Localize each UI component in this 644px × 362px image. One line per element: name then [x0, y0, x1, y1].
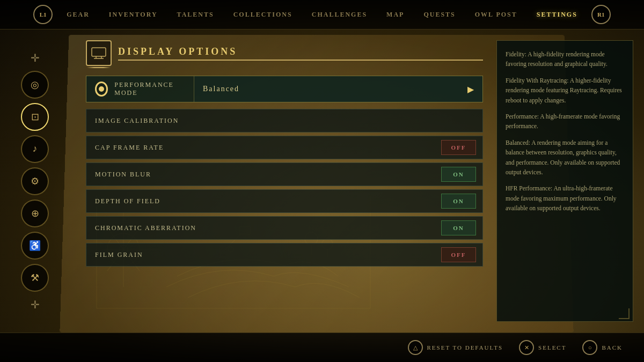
accessibility-icon: ♿: [29, 240, 41, 252]
compass-icon: ◎: [31, 79, 39, 91]
section-icon: [86, 40, 112, 66]
back-label: BACK: [602, 344, 623, 351]
nav-item-talents[interactable]: TALENTS: [167, 11, 224, 19]
select-label: SELECT: [538, 344, 566, 351]
chromatic-aberration-label: CHROMATIC ABERRATION: [86, 224, 441, 232]
back-action[interactable]: ○ BACK: [582, 340, 623, 355]
chromatic-aberration-toggle[interactable]: ON: [441, 220, 476, 235]
info-fidelity: Fidelity: A high-fidelity rendering mode…: [506, 49, 624, 69]
sidebar-icon-audio[interactable]: ♪: [21, 135, 49, 163]
nav-item-owl-post[interactable]: OWL POST: [465, 11, 527, 19]
reset-defaults-label: RESET TO DEFAULTS: [427, 344, 503, 351]
cap-frame-rate-toggle[interactable]: OFF: [441, 140, 476, 155]
nav-item-challenges[interactable]: CHALLENGES: [302, 11, 377, 19]
depth-of-field-toggle[interactable]: ON: [441, 194, 476, 209]
top-navigation: L1 GEAR INVENTORY TALENTS COLLECTIONS CH…: [0, 0, 644, 29]
dpad-down: ✛: [31, 298, 40, 311]
info-fidelity-rt: Fidelity With Raytracing: A higher-fidel…: [506, 76, 624, 105]
sidebar-icon-controller[interactable]: ⊕: [21, 200, 49, 227]
info-panel-corner-decoration: [619, 308, 630, 319]
l1-button[interactable]: L1: [33, 5, 53, 24]
left-sidebar: ✛ ◎ ⊡ ♪ ⚙ ⊕ ♿ ⚒ ✛: [0, 29, 70, 333]
controller-icon: ⊕: [31, 208, 39, 219]
image-calibration-label: IMAGE CALIBRATION: [86, 117, 482, 125]
triangle-button: △: [408, 340, 423, 355]
nav-item-settings[interactable]: SETTINGS: [527, 11, 587, 19]
main-content: DISPLAY OPTIONS PERFORMANCE MODE Balance…: [70, 29, 494, 333]
info-performance: Performance: A high-framerate mode favor…: [506, 112, 624, 131]
performance-mode-row[interactable]: PERFORMANCE MODE Balanced ▶: [86, 76, 483, 102]
cap-frame-rate-label: CAP FRAME RATE: [86, 144, 441, 152]
motion-blur-row[interactable]: MOTION BLUR ON: [86, 162, 483, 186]
dpad-up: ✛: [31, 51, 40, 64]
sidebar-icon-gear[interactable]: ⚙: [21, 167, 49, 195]
image-calibration-row[interactable]: IMAGE CALIBRATION: [86, 109, 483, 132]
chromatic-aberration-row[interactable]: CHROMATIC ABERRATION ON: [86, 216, 483, 240]
cap-frame-rate-row[interactable]: CAP FRAME RATE OFF: [86, 136, 483, 159]
film-grain-row[interactable]: FILM GRAIN OFF: [86, 243, 483, 267]
gear-icon: ⚙: [31, 175, 39, 187]
section-header: DISPLAY OPTIONS: [86, 40, 483, 66]
sidebar-icon-tools[interactable]: ⚒: [21, 264, 49, 292]
info-hfr: HFR Performance: An ultra-high-framerate…: [506, 183, 624, 213]
cross-button: ✕: [519, 340, 534, 355]
nav-item-inventory[interactable]: INVENTORY: [99, 11, 167, 19]
r1-button[interactable]: R1: [591, 5, 611, 24]
performance-circle-inner: [99, 86, 104, 92]
info-panel-text: Fidelity: A high-fidelity rendering mode…: [506, 49, 624, 213]
performance-mode-value: Balanced: [203, 85, 239, 93]
bottom-bar: △ RESET TO DEFAULTS ✕ SELECT ○ BACK: [0, 333, 644, 362]
nav-item-map[interactable]: MAP: [377, 11, 414, 19]
settings-list: PERFORMANCE MODE Balanced ▶ IMAGE CALIBR…: [86, 76, 483, 267]
performance-value-section: Balanced ▶: [194, 76, 482, 102]
motion-blur-label: MOTION BLUR: [86, 171, 441, 179]
depth-of-field-label: DEPTH OF FIELD: [86, 197, 441, 205]
svg-rect-14: [92, 48, 106, 56]
nav-item-gear[interactable]: GEAR: [57, 11, 99, 19]
performance-mode-label: PERFORMANCE MODE: [114, 81, 185, 97]
film-grain-label: FILM GRAIN: [86, 251, 441, 259]
info-balanced: Balanced: A rendering mode aiming for a …: [506, 138, 624, 178]
sidebar-icon-accessibility[interactable]: ♿: [21, 232, 49, 260]
film-grain-toggle[interactable]: OFF: [441, 247, 476, 262]
tools-icon: ⚒: [31, 272, 39, 284]
display-icon: ⊡: [31, 111, 39, 123]
depth-of-field-row[interactable]: DEPTH OF FIELD ON: [86, 189, 483, 213]
info-panel: Fidelity: A high-fidelity rendering mode…: [496, 40, 633, 322]
performance-circle-indicator: [95, 82, 108, 97]
select-action[interactable]: ✕ SELECT: [519, 340, 566, 355]
nav-item-collections[interactable]: COLLECTIONS: [224, 11, 302, 19]
nav-item-quests[interactable]: QUESTS: [414, 11, 465, 19]
performance-label-section: PERFORMANCE MODE: [86, 81, 194, 97]
performance-arrow-icon: ▶: [467, 84, 474, 94]
display-options-icon: [91, 47, 106, 59]
sidebar-icon-display[interactable]: ⊡: [21, 103, 49, 131]
section-title: DISPLAY OPTIONS: [118, 46, 483, 61]
audio-icon: ♪: [33, 143, 38, 154]
motion-blur-toggle[interactable]: ON: [441, 167, 476, 182]
sidebar-icon-compass[interactable]: ◎: [21, 71, 49, 99]
reset-defaults-action[interactable]: △ RESET TO DEFAULTS: [408, 340, 503, 355]
circle-button: ○: [582, 340, 597, 355]
